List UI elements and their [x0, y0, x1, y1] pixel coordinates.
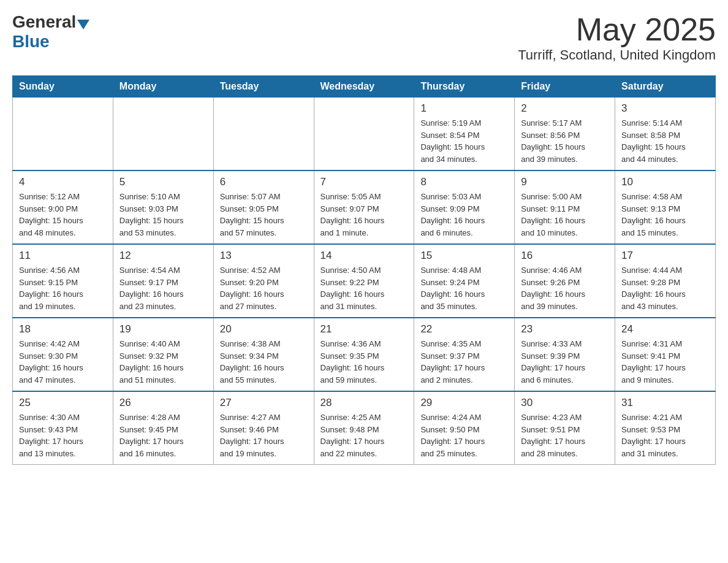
calendar-cell: 9Sunrise: 5:00 AM Sunset: 9:11 PM Daylig… — [515, 170, 615, 244]
day-number: 15 — [420, 250, 508, 262]
day-number: 28 — [320, 397, 408, 409]
day-number: 13 — [220, 250, 308, 262]
calendar-cell: 14Sunrise: 4:50 AM Sunset: 9:22 PM Dayli… — [314, 244, 414, 318]
calendar-cell: 23Sunrise: 4:33 AM Sunset: 9:39 PM Dayli… — [515, 318, 615, 391]
day-number: 10 — [621, 176, 709, 188]
calendar-day-header: Saturday — [615, 76, 716, 98]
logo: General Blue — [12, 12, 89, 52]
calendar-week-row: 11Sunrise: 4:56 AM Sunset: 9:15 PM Dayli… — [13, 244, 716, 318]
day-number: 23 — [521, 323, 609, 335]
calendar-cell: 15Sunrise: 4:48 AM Sunset: 9:24 PM Dayli… — [414, 244, 515, 318]
day-info: Sunrise: 4:24 AM Sunset: 9:50 PM Dayligh… — [420, 412, 508, 459]
calendar-cell: 20Sunrise: 4:38 AM Sunset: 9:34 PM Dayli… — [213, 318, 314, 391]
calendar-week-row: 4Sunrise: 5:12 AM Sunset: 9:00 PM Daylig… — [13, 170, 716, 244]
day-info: Sunrise: 4:56 AM Sunset: 9:15 PM Dayligh… — [19, 264, 107, 312]
calendar-cell: 6Sunrise: 5:07 AM Sunset: 9:05 PM Daylig… — [213, 170, 314, 244]
day-number: 12 — [119, 250, 207, 262]
day-number: 14 — [320, 250, 408, 262]
day-number: 4 — [19, 176, 107, 188]
day-number: 6 — [220, 176, 308, 188]
day-number: 9 — [521, 176, 609, 188]
calendar-cell: 24Sunrise: 4:31 AM Sunset: 9:41 PM Dayli… — [615, 318, 716, 391]
calendar-cell: 27Sunrise: 4:27 AM Sunset: 9:46 PM Dayli… — [213, 391, 314, 465]
day-info: Sunrise: 4:52 AM Sunset: 9:20 PM Dayligh… — [220, 264, 308, 312]
calendar-cell: 26Sunrise: 4:28 AM Sunset: 9:45 PM Dayli… — [113, 391, 213, 465]
day-info: Sunrise: 4:46 AM Sunset: 9:26 PM Dayligh… — [521, 264, 609, 312]
day-info: Sunrise: 5:19 AM Sunset: 8:54 PM Dayligh… — [420, 117, 508, 165]
day-number: 1 — [420, 102, 508, 115]
calendar-week-row: 1Sunrise: 5:19 AM Sunset: 8:54 PM Daylig… — [13, 98, 716, 171]
calendar-cell: 2Sunrise: 5:17 AM Sunset: 8:56 PM Daylig… — [515, 98, 615, 171]
day-info: Sunrise: 4:30 AM Sunset: 9:43 PM Dayligh… — [19, 412, 107, 459]
calendar-cell: 11Sunrise: 4:56 AM Sunset: 9:15 PM Dayli… — [13, 244, 113, 318]
day-info: Sunrise: 5:03 AM Sunset: 9:09 PM Dayligh… — [420, 191, 508, 239]
day-info: Sunrise: 4:40 AM Sunset: 9:32 PM Dayligh… — [119, 338, 207, 386]
day-number: 18 — [19, 323, 107, 335]
calendar-cell: 29Sunrise: 4:24 AM Sunset: 9:50 PM Dayli… — [414, 391, 515, 465]
calendar-cell: 19Sunrise: 4:40 AM Sunset: 9:32 PM Dayli… — [113, 318, 213, 391]
day-number: 30 — [521, 397, 609, 409]
calendar-cell: 13Sunrise: 4:52 AM Sunset: 9:20 PM Dayli… — [213, 244, 314, 318]
day-info: Sunrise: 4:58 AM Sunset: 9:13 PM Dayligh… — [621, 191, 709, 239]
day-number: 22 — [420, 323, 508, 335]
day-number: 17 — [621, 250, 709, 262]
calendar-header-row: SundayMondayTuesdayWednesdayThursdayFrid… — [13, 76, 716, 98]
calendar-cell: 7Sunrise: 5:05 AM Sunset: 9:07 PM Daylig… — [314, 170, 414, 244]
calendar-cell: 8Sunrise: 5:03 AM Sunset: 9:09 PM Daylig… — [414, 170, 515, 244]
day-info: Sunrise: 5:07 AM Sunset: 9:05 PM Dayligh… — [220, 191, 308, 239]
day-number: 26 — [119, 397, 207, 409]
day-number: 7 — [320, 176, 408, 188]
calendar-day-header: Sunday — [13, 76, 113, 98]
page-header: General Blue May 2025 Turriff, Scotland,… — [12, 12, 716, 63]
calendar-cell: 31Sunrise: 4:21 AM Sunset: 9:53 PM Dayli… — [615, 391, 716, 465]
day-info: Sunrise: 4:50 AM Sunset: 9:22 PM Dayligh… — [320, 264, 408, 312]
day-info: Sunrise: 5:10 AM Sunset: 9:03 PM Dayligh… — [119, 191, 207, 239]
calendar-day-header: Friday — [515, 76, 615, 98]
day-info: Sunrise: 4:54 AM Sunset: 9:17 PM Dayligh… — [119, 264, 207, 312]
day-number: 20 — [220, 323, 308, 335]
calendar-day-header: Monday — [113, 76, 213, 98]
calendar-cell: 4Sunrise: 5:12 AM Sunset: 9:00 PM Daylig… — [13, 170, 113, 244]
day-info: Sunrise: 4:42 AM Sunset: 9:30 PM Dayligh… — [19, 338, 107, 386]
calendar-cell — [314, 98, 414, 171]
day-info: Sunrise: 4:36 AM Sunset: 9:35 PM Dayligh… — [320, 338, 408, 386]
calendar-cell: 17Sunrise: 4:44 AM Sunset: 9:28 PM Dayli… — [615, 244, 716, 318]
day-info: Sunrise: 5:12 AM Sunset: 9:00 PM Dayligh… — [19, 191, 107, 239]
calendar-cell — [213, 98, 314, 171]
day-info: Sunrise: 4:27 AM Sunset: 9:46 PM Dayligh… — [220, 412, 308, 459]
day-info: Sunrise: 4:38 AM Sunset: 9:34 PM Dayligh… — [220, 338, 308, 386]
day-info: Sunrise: 5:00 AM Sunset: 9:11 PM Dayligh… — [521, 191, 609, 239]
calendar-cell: 12Sunrise: 4:54 AM Sunset: 9:17 PM Dayli… — [113, 244, 213, 318]
calendar-cell: 25Sunrise: 4:30 AM Sunset: 9:43 PM Dayli… — [13, 391, 113, 465]
day-number: 21 — [320, 323, 408, 335]
day-number: 8 — [420, 176, 508, 188]
day-info: Sunrise: 5:05 AM Sunset: 9:07 PM Dayligh… — [320, 191, 408, 239]
day-info: Sunrise: 4:28 AM Sunset: 9:45 PM Dayligh… — [119, 412, 207, 459]
calendar-cell — [113, 98, 213, 171]
calendar-cell: 5Sunrise: 5:10 AM Sunset: 9:03 PM Daylig… — [113, 170, 213, 244]
day-number: 5 — [119, 176, 207, 188]
day-number: 2 — [521, 102, 609, 115]
day-info: Sunrise: 5:17 AM Sunset: 8:56 PM Dayligh… — [521, 117, 609, 165]
day-info: Sunrise: 4:31 AM Sunset: 9:41 PM Dayligh… — [621, 338, 709, 386]
calendar-day-header: Thursday — [414, 76, 515, 98]
day-info: Sunrise: 4:21 AM Sunset: 9:53 PM Dayligh… — [621, 412, 709, 459]
calendar-cell: 10Sunrise: 4:58 AM Sunset: 9:13 PM Dayli… — [615, 170, 716, 244]
day-number: 24 — [621, 323, 709, 335]
logo-triangle-icon — [77, 20, 89, 29]
day-number: 29 — [420, 397, 508, 409]
day-number: 11 — [19, 250, 107, 262]
calendar-cell: 3Sunrise: 5:14 AM Sunset: 8:58 PM Daylig… — [615, 98, 716, 171]
calendar-cell: 1Sunrise: 5:19 AM Sunset: 8:54 PM Daylig… — [414, 98, 515, 171]
day-number: 19 — [119, 323, 207, 335]
day-info: Sunrise: 4:44 AM Sunset: 9:28 PM Dayligh… — [621, 264, 709, 312]
calendar-cell: 16Sunrise: 4:46 AM Sunset: 9:26 PM Dayli… — [515, 244, 615, 318]
day-info: Sunrise: 4:48 AM Sunset: 9:24 PM Dayligh… — [420, 264, 508, 312]
day-info: Sunrise: 5:14 AM Sunset: 8:58 PM Dayligh… — [621, 117, 709, 165]
calendar-cell: 30Sunrise: 4:23 AM Sunset: 9:51 PM Dayli… — [515, 391, 615, 465]
calendar-week-row: 18Sunrise: 4:42 AM Sunset: 9:30 PM Dayli… — [13, 318, 716, 391]
day-number: 16 — [521, 250, 609, 262]
day-info: Sunrise: 4:25 AM Sunset: 9:48 PM Dayligh… — [320, 412, 408, 459]
calendar-cell: 18Sunrise: 4:42 AM Sunset: 9:30 PM Dayli… — [13, 318, 113, 391]
day-info: Sunrise: 4:23 AM Sunset: 9:51 PM Dayligh… — [521, 412, 609, 459]
